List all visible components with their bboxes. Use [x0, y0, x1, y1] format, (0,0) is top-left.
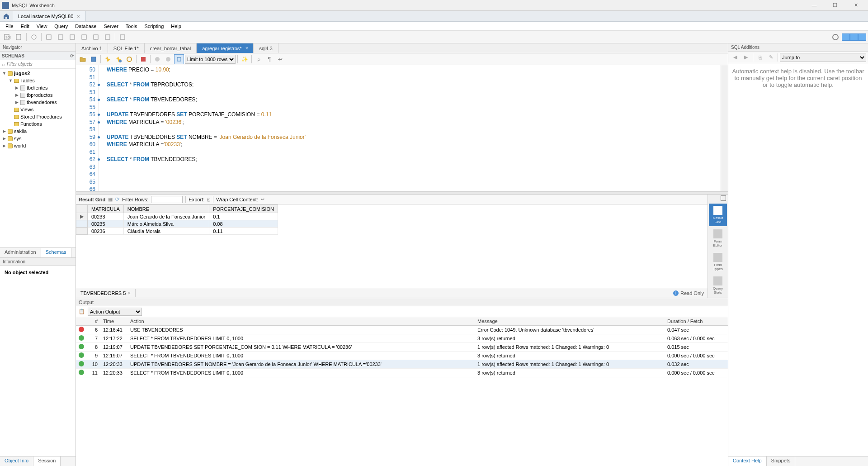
commit-icon[interactable]: [152, 54, 162, 64]
grid-icon[interactable]: ▦: [108, 196, 113, 202]
output-grid[interactable]: # Time Action Message Duration / Fetch 6…: [76, 317, 728, 466]
rollback-icon[interactable]: [163, 54, 173, 64]
menu-server[interactable]: Server: [100, 23, 122, 30]
refresh-icon[interactable]: ⟳: [115, 196, 119, 202]
autocommit-toggle[interactable]: [174, 54, 184, 64]
cell[interactable]: Cláudia Morais: [123, 228, 209, 235]
output-row[interactable]: 8 12:19:07 UPDATE TBVENDEDORES SET PORCE…: [76, 343, 728, 352]
toolbar-icon[interactable]: [67, 32, 78, 43]
tree-table[interactable]: ▶tbclientes: [0, 84, 75, 91]
tree-table[interactable]: ▶tbvendedores: [0, 99, 75, 106]
execute-current-icon[interactable]: [113, 54, 123, 64]
column-header[interactable]: NOMBRE: [123, 205, 209, 213]
col-duration[interactable]: Duration / Fetch: [665, 317, 728, 326]
result-vtab[interactable]: QueryStats: [709, 274, 727, 297]
menu-database[interactable]: Database: [71, 23, 100, 30]
result-tab[interactable]: TBVENDEDORES 5 ×: [76, 289, 136, 297]
invisible-chars-icon[interactable]: ¶: [264, 54, 274, 64]
menu-view[interactable]: View: [33, 23, 51, 30]
cell[interactable]: Márcio Almeida Silva: [123, 220, 209, 228]
close-icon[interactable]: ×: [245, 46, 248, 51]
sql-editor[interactable]: 5051525354555657585960616263646566 WHERE…: [76, 65, 728, 192]
col-action[interactable]: Action: [127, 317, 475, 326]
wrap-icon[interactable]: ↩: [275, 54, 285, 64]
tab-schemas[interactable]: Schemas: [41, 248, 71, 257]
cell[interactable]: 0.1: [209, 213, 278, 220]
col-num[interactable]: #: [87, 317, 100, 326]
wrap-icon[interactable]: ↵: [261, 196, 265, 202]
toolbar-icon[interactable]: [79, 32, 90, 43]
stop-icon[interactable]: [138, 54, 148, 64]
execute-icon[interactable]: [103, 54, 113, 64]
schema-tree[interactable]: ▼jugos2 ▼Tables ▶tbclientes ▶tbproductos…: [0, 69, 75, 247]
tree-db[interactable]: ▶sakila: [0, 128, 75, 135]
export-icon[interactable]: ⎘: [207, 197, 210, 202]
close-icon[interactable]: ×: [127, 290, 130, 296]
toolbar-icon[interactable]: [55, 32, 66, 43]
column-header[interactable]: MATRICULA: [88, 205, 124, 213]
jump-to-select[interactable]: Jump to: [780, 53, 866, 62]
table-row[interactable]: ▶00233Joan Gerardo de la Fonseca Junior0…: [76, 213, 278, 220]
column-header[interactable]: PORCENTAJE_COMISION: [209, 205, 278, 213]
output-type-select[interactable]: Action Output: [88, 308, 142, 316]
close-button[interactable]: ✕: [845, 0, 866, 11]
find-icon[interactable]: ⌕: [254, 54, 264, 64]
tree-db[interactable]: ▶world: [0, 142, 75, 149]
filter-rows-input[interactable]: [151, 196, 183, 203]
help-icon[interactable]: ⎘: [755, 52, 765, 62]
result-grid[interactable]: MATRICULANOMBREPORCENTAJE_COMISION▶00233…: [76, 204, 708, 288]
cell[interactable]: 0.11: [209, 228, 278, 235]
toolbar-icon[interactable]: [43, 32, 54, 43]
explain-icon[interactable]: [124, 54, 134, 64]
toolbar-icon[interactable]: [830, 32, 841, 43]
tree-fn[interactable]: Functions: [0, 120, 75, 128]
tab-session[interactable]: Session: [33, 456, 61, 466]
tree-db[interactable]: ▼jugos2: [0, 70, 75, 77]
menu-help[interactable]: Help: [167, 23, 185, 30]
table-row[interactable]: 00235Márcio Almeida Silva0.08: [76, 220, 278, 228]
schema-filter[interactable]: ⌕: [0, 60, 75, 69]
tab-object-info[interactable]: Object Info: [0, 456, 33, 466]
table-row[interactable]: 00236Cláudia Morais0.11: [76, 228, 278, 235]
menu-query[interactable]: Query: [51, 23, 71, 30]
result-vtab[interactable]: FormEditor: [709, 227, 727, 250]
editor-tab[interactable]: SQL File 1*: [108, 43, 145, 53]
forward-icon[interactable]: ▶: [741, 52, 751, 62]
cell[interactable]: 00236: [88, 228, 124, 235]
limit-select[interactable]: Limit to 1000 rows: [185, 55, 236, 64]
result-vtab[interactable]: ResultGrid: [709, 204, 727, 226]
col-message[interactable]: Message: [475, 317, 665, 326]
open-sql-icon[interactable]: [14, 32, 24, 43]
cell[interactable]: 00235: [88, 220, 124, 228]
output-row[interactable]: 10 12:20:33 UPDATE TBVENDEDORES SET NOMB…: [76, 360, 728, 369]
panel-toggle-right[interactable]: [858, 33, 866, 41]
close-icon[interactable]: ×: [77, 14, 80, 19]
menu-tools[interactable]: Tools: [122, 23, 141, 30]
toolbar-icon[interactable]: [28, 32, 39, 43]
code-area[interactable]: WHERE PRECIO = 10.90;SELECT * FROM TBPRO…: [99, 65, 728, 191]
panel-toggle-bottom[interactable]: [850, 33, 858, 41]
tab-context-help[interactable]: Context Help: [728, 456, 767, 466]
output-row[interactable]: 7 12:17:22 SELECT * FROM TBVENDEDORES LI…: [76, 334, 728, 343]
editor-tab[interactable]: crear_borrar_tabal: [145, 43, 197, 53]
tree-table[interactable]: ▶tbproductos: [0, 91, 75, 99]
tree-views[interactable]: Views: [0, 106, 75, 113]
auto-help-icon[interactable]: ✎: [766, 52, 776, 62]
menu-edit[interactable]: Edit: [17, 23, 33, 30]
connection-tab[interactable]: Local instance MySQL80 ×: [13, 11, 86, 21]
editor-tab[interactable]: sql4.3: [254, 43, 278, 53]
tree-tables[interactable]: ▼Tables: [0, 77, 75, 84]
back-icon[interactable]: ◀: [730, 52, 740, 62]
menu-file[interactable]: File: [2, 23, 17, 30]
tab-snippets[interactable]: Snippets: [767, 456, 796, 466]
editor-tab[interactable]: agregar registros*×: [197, 43, 254, 53]
editor-tab[interactable]: Archivo 1: [76, 43, 108, 53]
save-icon[interactable]: [89, 54, 99, 64]
toolbar-icon[interactable]: [90, 32, 101, 43]
output-row[interactable]: 11 12:20:33 SELECT * FROM TBVENDEDORES L…: [76, 369, 728, 377]
output-row[interactable]: 6 12:16:41 USE TBVENDEDORES Error Code: …: [76, 326, 728, 334]
home-button[interactable]: [0, 11, 13, 21]
toolbar-icon[interactable]: [117, 32, 128, 43]
open-file-icon[interactable]: [78, 54, 88, 64]
tree-db[interactable]: ▶sys: [0, 135, 75, 142]
